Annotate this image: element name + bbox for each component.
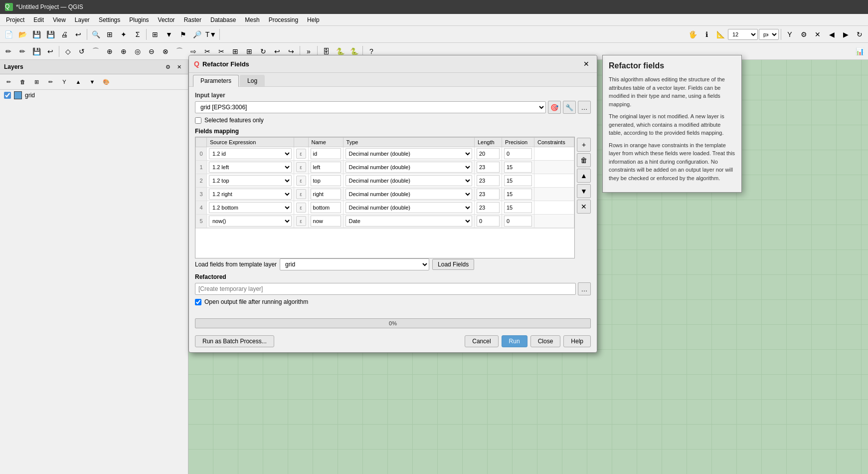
- zoom-in-btn[interactable]: 🔍: [89, 28, 102, 41]
- add-field-btn[interactable]: +: [577, 138, 591, 152]
- length-input-2[interactable]: [477, 175, 500, 186]
- source-combo-1[interactable]: 1.2 left: [209, 162, 292, 173]
- delete-field-btn[interactable]: 🗑: [577, 153, 591, 167]
- sigma-btn[interactable]: Σ: [131, 28, 144, 41]
- chart-btn[interactable]: 📊: [853, 45, 866, 58]
- menu-database[interactable]: Database: [206, 15, 240, 24]
- reshape-btn[interactable]: ⌒: [173, 45, 186, 58]
- menu-vector[interactable]: Vector: [154, 15, 179, 24]
- close-btn[interactable]: Close: [530, 335, 561, 347]
- zoom-layer-btn[interactable]: ✦: [117, 28, 130, 41]
- save-as-btn[interactable]: 💾: [44, 28, 57, 41]
- batch-process-btn[interactable]: Run as Batch Process...: [195, 335, 274, 347]
- output-path-input[interactable]: [195, 283, 576, 295]
- remove-layer-btn[interactable]: 🗑: [16, 75, 29, 88]
- move-down-btn[interactable]: ▼: [577, 184, 591, 198]
- expr-icon-4[interactable]: ε: [296, 203, 306, 213]
- name-input-4[interactable]: [311, 202, 341, 213]
- clear-fields-btn[interactable]: ✕: [577, 200, 591, 214]
- grid-btn[interactable]: ⊞: [149, 28, 162, 41]
- length-input-0[interactable]: [477, 148, 500, 159]
- name-input-3[interactable]: [311, 189, 341, 200]
- zoom-custom-btn[interactable]: 🔎: [190, 28, 203, 41]
- expr-icon-3[interactable]: ε: [296, 189, 306, 199]
- browse-output-btn[interactable]: …: [578, 282, 591, 295]
- layers-settings-btn[interactable]: ⚙: [163, 62, 173, 72]
- nav-prev-btn[interactable]: ◀: [825, 28, 838, 41]
- help-btn[interactable]: Help: [563, 335, 591, 347]
- more-layer-btn[interactable]: …: [578, 101, 591, 114]
- precision-input-2[interactable]: [504, 175, 532, 186]
- menu-project[interactable]: Project: [2, 15, 28, 24]
- add-layer-btn[interactable]: ✏: [2, 75, 15, 88]
- open-output-checkbox[interactable]: [195, 299, 201, 305]
- type-combo-1[interactable]: Decimal number (double): [346, 162, 472, 173]
- layer-filter-btn[interactable]: Y: [58, 75, 71, 88]
- name-input-5[interactable]: [311, 216, 341, 227]
- menu-plugins[interactable]: Plugins: [125, 15, 153, 24]
- layer-checkbox-grid[interactable]: [4, 92, 11, 99]
- open-project-btn[interactable]: 📂: [16, 28, 29, 41]
- name-input-1[interactable]: [311, 162, 341, 173]
- menu-raster[interactable]: Raster: [180, 15, 205, 24]
- type-combo-4[interactable]: Decimal number (double): [346, 202, 472, 213]
- fill-ring-btn[interactable]: ◎: [131, 45, 144, 58]
- menu-layer[interactable]: Layer: [71, 15, 94, 24]
- flag-btn[interactable]: ⚑: [176, 28, 189, 41]
- source-combo-4[interactable]: 1.2 bottom: [209, 202, 292, 213]
- save-edits-btn[interactable]: 💾: [30, 45, 43, 58]
- save-project-btn[interactable]: 💾: [30, 28, 43, 41]
- menu-edit[interactable]: Edit: [29, 15, 48, 24]
- expr-icon-0[interactable]: ε: [296, 149, 306, 159]
- source-combo-3[interactable]: 1.2 right: [209, 189, 292, 200]
- measure-btn[interactable]: 📐: [714, 28, 727, 41]
- source-combo-2[interactable]: 1.2 top: [209, 175, 292, 186]
- dialog-close-btn[interactable]: ✕: [581, 58, 592, 69]
- settings2-btn[interactable]: ⚙: [797, 28, 810, 41]
- source-combo-5[interactable]: now(): [209, 216, 292, 227]
- layer-up-btn[interactable]: ▲: [72, 75, 85, 88]
- toggle-edit-btn[interactable]: ✏: [44, 75, 57, 88]
- close2-btn[interactable]: ✕: [811, 28, 824, 41]
- edit-layer-btn[interactable]: 🔧: [563, 101, 576, 114]
- open-attr-btn[interactable]: ⊞: [30, 75, 43, 88]
- expr-icon-1[interactable]: ε: [296, 162, 306, 172]
- precision-input-0[interactable]: [504, 148, 532, 159]
- menu-view[interactable]: View: [49, 15, 70, 24]
- font-size-combo[interactable]: 12 14 16: [728, 29, 758, 40]
- precision-input-5[interactable]: [504, 216, 532, 227]
- layers-close-btn[interactable]: ✕: [174, 62, 184, 72]
- length-input-4[interactable]: [477, 202, 500, 213]
- length-input-3[interactable]: [477, 189, 500, 200]
- rollback-btn[interactable]: ↩: [44, 45, 57, 58]
- source-combo-0[interactable]: 1.2 id: [209, 148, 292, 159]
- length-input-1[interactable]: [477, 162, 500, 173]
- menu-processing[interactable]: Processing: [265, 15, 302, 24]
- precision-input-4[interactable]: [504, 202, 532, 213]
- zoom-full-btn[interactable]: ⊞: [103, 28, 116, 41]
- arrow-btn[interactable]: ▼: [163, 28, 175, 41]
- identify-btn[interactable]: ℹ: [700, 28, 713, 41]
- precision-input-3[interactable]: [504, 189, 532, 200]
- load-fields-btn[interactable]: Load Fields: [432, 259, 474, 270]
- type-combo-2[interactable]: Decimal number (double): [346, 175, 472, 186]
- refresh-btn[interactable]: ↻: [853, 28, 866, 41]
- move-up-btn[interactable]: ▲: [577, 169, 591, 183]
- select-layer-btn[interactable]: 🎯: [548, 101, 561, 114]
- layer-item-grid[interactable]: grid: [0, 90, 188, 101]
- name-input-0[interactable]: [311, 148, 341, 159]
- new-project-btn[interactable]: 📄: [2, 28, 15, 41]
- filter-btn[interactable]: Y: [783, 28, 796, 41]
- text-btn[interactable]: T▼: [204, 28, 217, 41]
- name-input-2[interactable]: [311, 175, 341, 186]
- template-layer-combo[interactable]: grid: [280, 258, 429, 270]
- edit-pencil-btn[interactable]: ✏: [2, 45, 15, 58]
- delete-ring-btn[interactable]: ⊖: [145, 45, 158, 58]
- precision-input-1[interactable]: [504, 162, 532, 173]
- add-part-btn[interactable]: ⊕: [117, 45, 130, 58]
- menu-settings[interactable]: Settings: [95, 15, 124, 24]
- unit-combo[interactable]: px: [759, 29, 779, 40]
- pan-btn[interactable]: 🖐: [686, 28, 699, 41]
- layer-down-btn[interactable]: ▼: [86, 75, 99, 88]
- tab-parameters[interactable]: Parameters: [193, 75, 239, 87]
